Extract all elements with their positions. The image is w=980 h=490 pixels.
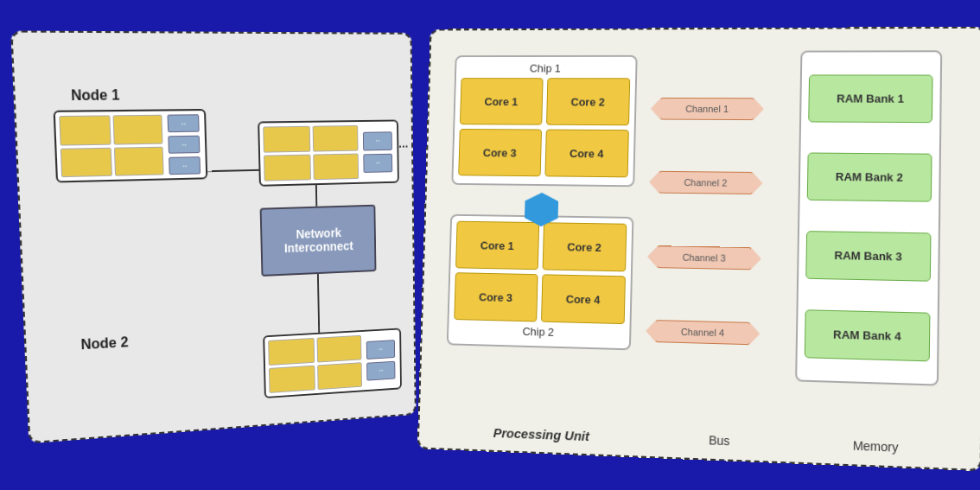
inter-block-t1: ↔ [363,131,392,150]
channel1-arrowhead [754,98,765,120]
network-interconnect-box: Network Interconnect [260,205,377,277]
network-interconnect-label: Network Interconnect [283,226,353,255]
node1-chip: ↔ ↔ ↔ [54,109,208,183]
node1-label: Node 1 [71,87,120,104]
ram-bank-1: RAM Bank 1 [808,74,932,123]
bottom-labels: Processing Unit Bus Memory [419,423,980,459]
node1-interconnect: ↔ ↔ ↔ [165,114,202,175]
mini-core-t4 [313,154,359,181]
ram-bank-4: RAM Bank 4 [805,309,931,361]
left-diagram: Node 1 ↔ ↔ ↔ → Network Interconnect N [10,30,416,443]
channel3-arrow: Channel 3 [657,244,770,272]
channel4-arrow: Channel 4 [655,318,768,347]
mini-core-1 [59,115,111,145]
mini-core-t3 [264,155,310,181]
mini-core-3 [60,147,112,177]
mini-core-b2 [316,335,361,363]
inter-block-t2: ↔ [363,153,392,172]
node2-bot-interconnect: ↔ ↔ [365,333,398,386]
channel3-shape: Channel 3 [657,245,752,270]
chip1-core4: Core 4 [544,130,629,178]
mini-core-t2 [312,125,358,152]
channel1-arrowhead-left [651,98,661,120]
node2-bot-chip: ↔ ↔ [263,328,402,398]
hline-node1-network [212,169,263,172]
node2-top-chip: ↔ ↔ [258,119,399,186]
bus-label: Bus [709,433,730,449]
channel1-label: Channel 1 [685,104,729,114]
inter-block-2: ↔ [168,136,200,154]
chip1-core3: Core 3 [458,129,541,176]
processing-unit-label: Processing Unit [493,425,590,443]
channel4-label: Channel 4 [681,327,724,338]
arrow-left-node1: ← [203,164,215,178]
channel2-arrow: Channel 2 [659,169,771,196]
inter-block-b1: ↔ [366,340,395,360]
channel4-arrowhead-left [646,320,656,342]
node2-bot-core-grid [268,335,362,393]
chip1-container: Chip 1 Core 1 Core 2 Core 3 Core 4 [451,55,637,187]
chip2-core-grid: Core 1 Core 2 Core 3 Core 4 [454,221,627,324]
chip1-core1: Core 1 [460,78,543,125]
mini-core-4 [113,146,163,176]
node2-label: Node 2 [80,334,129,353]
channel1-arrow: Channel 1 [659,96,772,122]
channel3-arrowhead [751,247,762,270]
chip2-core2: Core 2 [542,222,627,271]
chip2-core3: Core 3 [454,272,538,321]
channel2-arrowhead-left [649,171,659,194]
chip2-core4: Core 4 [541,274,626,324]
node1-core-grid [59,115,163,177]
channel4-arrowhead [749,322,760,346]
ram-container: RAM Bank 1 RAM Bank 2 RAM Bank 3 RAM Ban… [795,50,942,385]
mini-core-b3 [269,366,315,393]
right-diagram: Chip 1 Core 1 Core 2 Core 3 Core 4 Core … [417,27,980,471]
mini-core-b1 [268,338,315,366]
chip2-container: Core 1 Core 2 Core 3 Core 4 Chip 2 [447,214,634,351]
chip2-core1: Core 1 [455,221,539,270]
mini-core-2 [112,115,162,144]
inter-block-3: ↔ [169,156,200,175]
inter-block-b2: ↔ [366,360,395,380]
node2-top-core-grid [263,125,359,181]
channel3-arrowhead-left [647,245,658,268]
inter-block-1: ↔ [168,114,200,132]
ram-bank-2: RAM Bank 2 [807,152,932,201]
chip2-title: Chip 2 [454,323,625,340]
channel2-label: Channel 2 [684,177,727,188]
channel2-shape: Channel 2 [659,171,754,194]
channel2-arrowhead [752,172,763,194]
channel1-shape: Channel 1 [659,98,754,120]
node2-top-interconnect: ↔ ↔ [361,124,394,178]
mini-core-b4 [317,362,362,390]
chip1-core-grid: Core 1 Core 2 Core 3 Core 4 [458,78,630,177]
chip1-title: Chip 1 [461,62,631,75]
channel3-label: Channel 3 [683,251,726,263]
ram-bank-3: RAM Bank 3 [805,231,931,282]
mini-core-t1 [263,126,310,153]
chip1-core2: Core 2 [546,78,631,125]
memory-label: Memory [853,438,899,455]
channel4-shape: Channel 4 [655,320,751,345]
channel-section: Channel 1 Channel 2 Channel 3 Chann [646,72,781,372]
